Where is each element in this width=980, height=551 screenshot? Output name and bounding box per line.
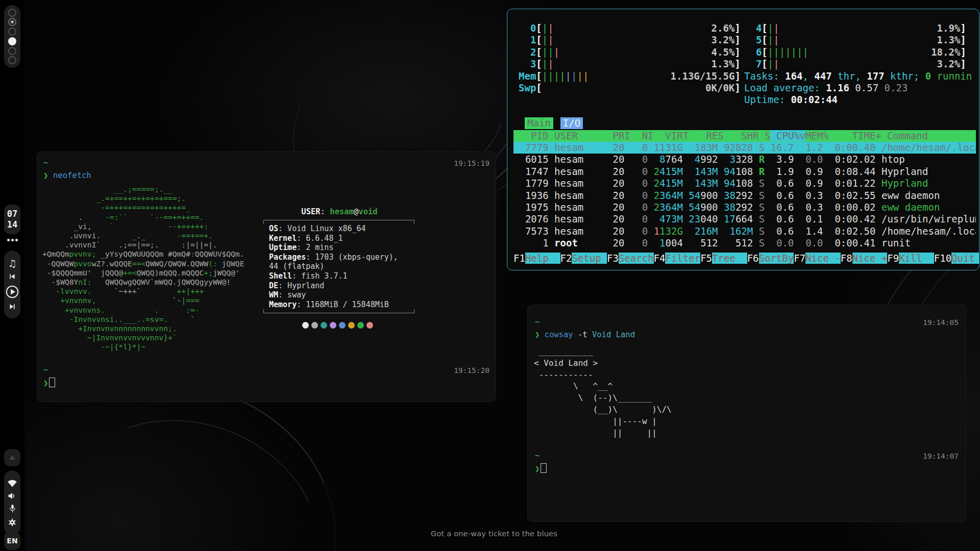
info-row-os: OS: Void Linux x86_64 [269, 224, 409, 234]
gear-icon[interactable] [8, 518, 17, 527]
collapse-tray-button[interactable] [4, 449, 20, 466]
command-start-time: 19:15:19 [454, 159, 489, 167]
chevron-up-icon [8, 455, 16, 461]
workspace-dot-filled[interactable] [8, 37, 16, 45]
palette-dot [302, 322, 309, 329]
system-tray [4, 470, 20, 535]
date-month: 07 [7, 209, 17, 219]
command-end-time: 19:15:20 [454, 366, 489, 374]
previous-track-icon[interactable] [9, 273, 16, 280]
palette-dot [339, 322, 346, 329]
microphone-icon[interactable] [9, 504, 16, 513]
cowsay-terminal-window[interactable]: ~ 19:14:05 ❯ cowsay -t Void Land _______… [527, 305, 966, 522]
neofetch-user-host: USER: hesam@void [263, 207, 415, 216]
workspace-dot-active-dot[interactable] [8, 18, 16, 26]
fkey-f9[interactable]: F9Kill [887, 253, 934, 264]
sidebar-bar: 07 14 ♫ [0, 0, 24, 551]
terminal-cursor[interactable] [49, 378, 55, 387]
date-day: 14 [7, 219, 17, 230]
htop-cpu-mem-meters: 0[|| 2.6%] 1[|| 3.2%] 2[||| 4.5%] 3[|| 1… [519, 22, 741, 94]
info-row-de: DE: Hyprland [269, 281, 409, 291]
shell-cwd: ~ [535, 317, 540, 327]
terminal-cursor[interactable] [541, 463, 547, 473]
fkey-f8[interactable]: F8Nice + [841, 253, 888, 264]
shell-cwd: ~ [43, 158, 48, 167]
process-row[interactable]: 1936 hesam 20 0 2364M 54900 38292 S 0.6 … [513, 190, 976, 202]
info-row-shell: Shell: fish 3.7.1 [269, 271, 409, 281]
cowsay-ascii-art: ___________ < Void Land > ----------- \ … [534, 346, 672, 439]
process-row[interactable]: 1 root 20 0 1004 512 512 S 0.0 0.0 0:00.… [513, 237, 976, 249]
shell-cwd: ~ [535, 451, 540, 460]
fkey-f7[interactable]: F7Nice - [794, 253, 841, 264]
htop-process-table: 7779 hesam 20 0 1131G 183M 92828 S 16.7 … [513, 142, 976, 249]
command-start-time: 19:14:05 [923, 318, 959, 327]
info-row-memory: Memory: 1168MiB / 15848MiB [269, 300, 409, 310]
palette-dot [321, 322, 327, 329]
htop-function-key-bar: F1Help F2Setup F3SearchF4FilterF5Tree F6… [513, 253, 979, 264]
neofetch-terminal-window[interactable]: ~ 19:15:19 ❯ neofetch __.;=====;.__ _.=+… [37, 152, 496, 402]
palette-dot [348, 322, 355, 329]
process-row[interactable]: 6015 hesam 20 0 8764 4992 3328 R 3.9 0.0… [513, 154, 976, 165]
prompt-symbol: ❯ [43, 171, 48, 180]
htop-tasks-load-uptime: 4[|| 1.9%] 5[|| 1.3%] 6[||||||| 18.2%] 7… [744, 22, 972, 106]
info-row-wm: WM: sway [269, 290, 409, 300]
info-row-kernel: Kernel: 6.6.48_1 [269, 234, 409, 243]
htop-tab-io[interactable]: I/O [560, 117, 583, 129]
next-track-icon[interactable] [9, 303, 16, 310]
wallpaper-caption: Got a one-way ticket to the blues [387, 530, 601, 538]
wifi-icon[interactable] [7, 479, 17, 487]
fkey-f5[interactable]: F5Tree [700, 253, 747, 264]
volume-icon[interactable] [8, 492, 17, 500]
date-widget[interactable]: 07 14 [4, 205, 20, 234]
workspace-dot-empty[interactable] [8, 47, 16, 55]
htop-tab-main[interactable]: Main [525, 117, 553, 129]
process-row[interactable]: 1779 hesam 20 0 2415M 143M 94108 S 0.6 0… [513, 178, 976, 189]
htop-screen-tabs: MainI/O [525, 117, 583, 129]
fkey-f10[interactable]: F10Quit [934, 253, 979, 264]
shell-cwd: ~ [43, 365, 48, 374]
process-row[interactable]: 7779 hesam 20 0 1131G 183M 92828 S 16.7 … [513, 142, 976, 154]
fkey-f3[interactable]: F3Search [607, 253, 654, 264]
htop-table-header[interactable]: PID USER PRI NI VIRT RES SHR S CPU%▽MEM%… [513, 130, 976, 142]
process-row[interactable]: 1747 hesam 20 0 2415M 143M 94108 R 1.9 0… [513, 166, 976, 178]
keyboard-layout-badge[interactable]: EN [4, 532, 20, 550]
fkey-f2[interactable]: F2Setup [560, 253, 607, 264]
media-player-widget: ♫ [4, 251, 20, 318]
workspace-dot-empty[interactable] [8, 9, 16, 17]
process-row[interactable]: 7573 hesam 20 0 1132G 216M 162M S 0.6 1.… [513, 226, 976, 237]
prompt-symbol: ❯ [43, 379, 48, 388]
palette-dot [366, 322, 373, 329]
prompt-symbol: ❯ [535, 464, 540, 473]
palette-dot [311, 322, 318, 329]
tray-overflow-dots[interactable] [0, 239, 24, 241]
neofetch-ascii-logo: __.;=====;.__ _.=+==++=++=+=+===;. -=+++… [42, 185, 244, 352]
fkey-f1[interactable]: F1Help [513, 253, 560, 264]
music-note-icon: ♫ [8, 259, 16, 268]
terminal-color-palette [302, 322, 373, 329]
info-row-uptime: Uptime: 2 mins [269, 243, 409, 253]
keyboard-layout-label: EN [7, 537, 17, 545]
workspace-dot-empty[interactable] [8, 56, 16, 64]
typed-command: neofetch [53, 171, 91, 180]
neofetch-info-box: OS: Void Linux x86_64Kernel: 6.6.48_1Upt… [263, 220, 414, 313]
play-icon[interactable] [6, 285, 19, 298]
process-row[interactable]: 1975 hesam 20 0 2364M 54900 38292 S 0.6 … [513, 202, 976, 213]
process-row[interactable]: 2076 hesam 20 0 473M 23040 17664 S 0.6 0… [513, 213, 976, 225]
palette-dot [357, 322, 364, 329]
workspace-indicator-group [4, 5, 20, 68]
fkey-f4[interactable]: F4Filter [654, 253, 701, 264]
htop-terminal-window[interactable]: 0[|| 2.6%] 1[|| 3.2%] 2[||| 4.5%] 3[|| 1… [507, 9, 979, 270]
command-end-time: 19:14:07 [923, 452, 959, 460]
typed-command-line: ❯ cowsay -t Void Land [535, 330, 635, 339]
fkey-f6[interactable]: F6SortBy [747, 253, 794, 264]
palette-dot [330, 322, 336, 329]
workspace-dot-empty[interactable] [8, 28, 16, 36]
info-row-packages: Packages: 1703 (xbps-query), 44 (flatpak… [269, 253, 409, 271]
